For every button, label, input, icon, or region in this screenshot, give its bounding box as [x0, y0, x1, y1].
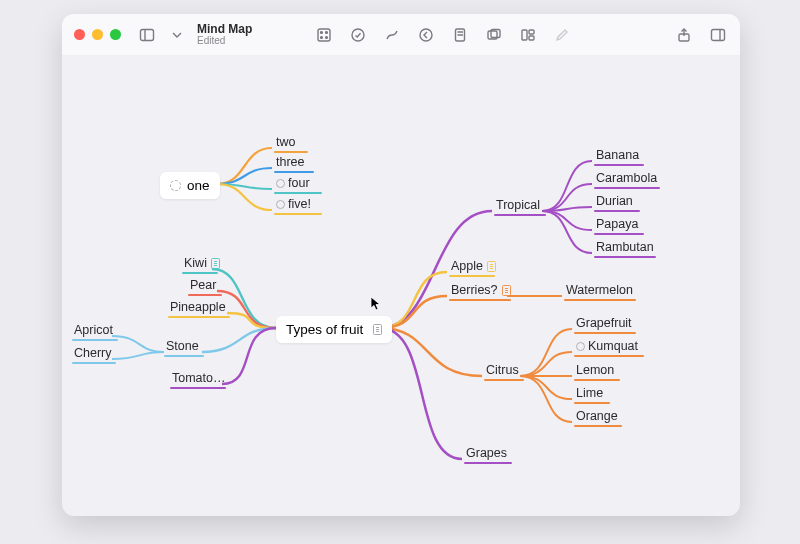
svg-point-6 — [326, 36, 328, 38]
sidebar-toggle-button[interactable] — [137, 25, 157, 45]
node-tropical[interactable]: Tropical — [494, 197, 546, 216]
svg-point-5 — [321, 36, 323, 38]
note-icon[interactable] — [450, 25, 470, 45]
document-title: Mind Map — [197, 23, 252, 36]
node-apple[interactable]: Apple — [449, 258, 498, 277]
svg-rect-14 — [522, 30, 527, 40]
node-tomato[interactable]: Tomato… — [170, 370, 228, 389]
node-pear[interactable]: Pear — [188, 277, 222, 296]
svg-rect-2 — [318, 29, 330, 41]
node-watermelon[interactable]: Watermelon — [564, 282, 636, 301]
node-grapefruit[interactable]: Grapefruit — [574, 315, 636, 334]
node-four[interactable]: four — [274, 175, 322, 194]
node-citrus[interactable]: Citrus — [484, 362, 524, 381]
mouse-cursor-icon — [370, 296, 382, 312]
progress-icon — [170, 180, 181, 191]
node-five[interactable]: five! — [274, 196, 322, 215]
app-window: Mind Map Edited — [62, 14, 740, 516]
svg-point-3 — [321, 31, 323, 33]
inspector-toggle-icon[interactable] — [708, 25, 728, 45]
task-circle-icon — [276, 179, 285, 188]
minimize-window-button[interactable] — [92, 29, 103, 40]
note-icon — [373, 324, 382, 335]
window-controls — [74, 29, 121, 40]
node-three[interactable]: three — [274, 154, 314, 173]
node-kiwi[interactable]: Kiwi — [182, 255, 222, 274]
node-grapes[interactable]: Grapes — [464, 445, 512, 464]
connector-icon[interactable] — [382, 25, 402, 45]
node-carambola[interactable]: Carambola — [594, 170, 660, 189]
node-berries[interactable]: Berries? — [449, 282, 513, 301]
node-lime[interactable]: Lime — [574, 385, 610, 404]
node-kumquat[interactable]: Kumquat — [574, 338, 644, 357]
root-node-one[interactable]: one — [160, 172, 220, 199]
svg-rect-16 — [529, 36, 534, 40]
svg-rect-15 — [529, 30, 534, 34]
node-pineapple[interactable]: Pineapple — [168, 299, 230, 318]
note-icon — [487, 261, 496, 272]
svg-point-7 — [352, 29, 364, 41]
node-two[interactable]: two — [274, 134, 308, 153]
note-icon — [502, 285, 511, 296]
svg-rect-18 — [711, 29, 724, 40]
svg-point-8 — [420, 29, 432, 41]
node-orange[interactable]: Orange — [574, 408, 622, 427]
node-label: Types of fruit — [286, 322, 363, 337]
document-subtitle: Edited — [197, 36, 252, 47]
mindmap-canvas[interactable]: one Types of fruit two three four five! … — [62, 56, 740, 516]
close-window-button[interactable] — [74, 29, 85, 40]
node-cherry[interactable]: Cherry — [72, 345, 116, 364]
titlebar: Mind Map Edited — [62, 14, 740, 56]
node-banana[interactable]: Banana — [594, 147, 644, 166]
layout-icon[interactable] — [518, 25, 538, 45]
root-node-types-of-fruit[interactable]: Types of fruit — [276, 316, 392, 343]
document-title-block[interactable]: Mind Map Edited — [197, 23, 252, 46]
node-lemon[interactable]: Lemon — [574, 362, 620, 381]
node-rambutan[interactable]: Rambutan — [594, 239, 656, 258]
dropdown-chevron-icon[interactable] — [167, 25, 187, 45]
node-stone[interactable]: Stone — [164, 338, 204, 357]
tag-icon[interactable] — [416, 25, 436, 45]
check-circle-icon[interactable] — [348, 25, 368, 45]
media-icon[interactable] — [484, 25, 504, 45]
mindmap-connectors — [62, 56, 740, 516]
share-icon[interactable] — [674, 25, 694, 45]
note-icon — [211, 258, 220, 269]
dice-icon[interactable] — [314, 25, 334, 45]
node-label: one — [187, 178, 210, 193]
task-circle-icon — [276, 200, 285, 209]
svg-point-4 — [326, 31, 328, 33]
node-papaya[interactable]: Papaya — [594, 216, 644, 235]
node-apricot[interactable]: Apricot — [72, 322, 118, 341]
svg-rect-0 — [141, 29, 154, 40]
edit-icon[interactable] — [552, 25, 572, 45]
task-circle-icon — [576, 342, 585, 351]
zoom-window-button[interactable] — [110, 29, 121, 40]
node-durian[interactable]: Durian — [594, 193, 640, 212]
